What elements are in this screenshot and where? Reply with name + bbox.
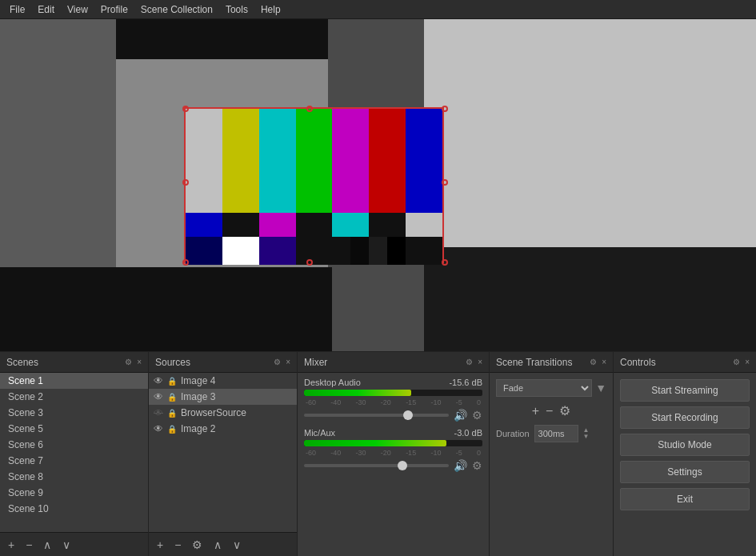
mixer-close-icon[interactable]: × [478,358,482,366]
scene-item-5[interactable]: Scene 5 [0,421,148,437]
mixer-mic-meter-fill [304,440,446,446]
scene-item-6[interactable]: Scene 6 [0,437,148,453]
scenes-add-button[interactable]: + [5,537,18,553]
transitions-settings-button[interactable]: ⚙ [559,403,570,418]
settings-button[interactable]: Settings [620,461,750,483]
scene-item-2[interactable]: Scene 2 [0,389,148,405]
menu-bar: File Edit View Profile Scene Collection … [0,0,756,19]
handle-bl[interactable] [182,259,189,266]
handle-ml[interactable] [182,179,189,186]
mixer-desktop-meter [304,390,482,396]
transitions-expand-icon[interactable]: ▼ [595,382,606,394]
scenes-down-button[interactable]: ∨ [59,537,74,553]
menu-help[interactable]: Help [254,2,287,17]
controls-close-icon[interactable]: × [745,358,750,366]
sources-remove-button[interactable]: − [171,537,184,553]
mixer-desktop-label: Desktop Audio [304,378,361,387]
mixer-channel-mic-header: Mic/Aux -3.0 dB [304,428,482,438]
controls-content: Start Streaming Start Recording Studio M… [614,373,756,556]
duration-input[interactable] [534,425,578,442]
transitions-config-icon[interactable]: ⚙ [590,358,597,366]
menu-view[interactable]: View [61,2,94,17]
sources-add-button[interactable]: + [154,537,166,553]
source-item-image2[interactable]: 👁 🔒 Image 2 [149,421,297,437]
mixer-mic-settings-button[interactable]: ⚙ [472,459,482,472]
start-streaming-button[interactable]: Start Streaming [620,379,750,402]
mixer-desktop-thumb[interactable] [403,410,413,420]
transitions-header-icons: ⚙ × [590,358,606,366]
bg-black-top [116,19,328,59]
handle-mr[interactable] [442,179,448,186]
scene-item-9[interactable]: Scene 9 [0,485,148,501]
mixer-config-icon[interactable]: ⚙ [466,358,473,366]
mixer-mic-label: Mic/Aux [304,428,335,438]
sources-down-button[interactable]: ∨ [230,537,244,553]
scenes-config-icon[interactable]: ⚙ [125,358,132,366]
sources-panel-title: Sources [155,357,190,368]
source-eye-icon[interactable]: 👁 [154,423,163,434]
scene-item-3[interactable]: Scene 3 [0,405,148,421]
sources-up-button[interactable]: ∧ [210,537,225,553]
sources-settings-button[interactable]: ⚙ [189,537,206,553]
menu-scene-collection[interactable]: Scene Collection [134,2,219,17]
source-lock-icon[interactable]: 🔒 [167,409,177,418]
scene-item-7[interactable]: Scene 7 [0,453,148,469]
source-eye-icon[interactable]: 👁 [154,375,163,386]
controls-config-icon[interactable]: ⚙ [733,358,740,366]
mixer-desktop-track [304,414,449,417]
scenes-close-icon[interactable]: × [137,358,142,366]
scene-item-1[interactable]: Scene 1 [0,373,148,389]
handle-tr[interactable] [442,106,448,112]
source-eye-hidden-icon[interactable]: 👁 [154,407,163,418]
handle-tc[interactable] [306,106,313,112]
scenes-footer: + − ∧ ∨ [0,532,148,556]
scenes-panel-header: Scenes ⚙ × [0,352,148,373]
mixer-mic-slider[interactable] [304,459,449,472]
source-lock-icon[interactable]: 🔒 [167,393,177,402]
handle-bc[interactable] [306,259,313,266]
scene-item-8[interactable]: Scene 8 [0,469,148,485]
source-lock-icon[interactable]: 🔒 [167,425,177,434]
scenes-up-button[interactable]: ∧ [40,537,54,553]
transitions-close-icon[interactable]: × [602,358,606,366]
source-item-browser[interactable]: 👁 🔒 BrowserSource [149,405,297,421]
mixer-mic-scale: -60-40-30-20-15-10-50 [304,449,482,457]
controls-header-icons: ⚙ × [733,358,750,366]
source-item-image3[interactable]: 👁 🔒 Image 3 [149,389,297,405]
exit-button[interactable]: Exit [620,488,750,510]
mixer-mic-thumb[interactable] [398,461,407,470]
transitions-actions: + − ⚙ [496,403,606,418]
duration-down-button[interactable]: ▼ [583,434,590,440]
transitions-panel: Scene Transitions ⚙ × Fade Cut Swipe Sli… [490,352,614,556]
source-eye-icon[interactable]: 👁 [154,391,163,402]
controls-panel-header: Controls ⚙ × [614,352,756,373]
handle-br[interactable] [442,259,448,266]
mixer-mic-meter [304,440,482,446]
mixer-mic-track [304,464,449,467]
scene-item-10[interactable]: Scene 10 [0,501,148,517]
source-label: Image 3 [181,391,215,402]
transitions-type-select[interactable]: Fade Cut Swipe Slide [496,379,592,397]
color-bars [184,107,444,263]
start-recording-button[interactable]: Start Recording [620,406,750,429]
mixer-desktop-settings-button[interactable]: ⚙ [472,409,482,422]
mixer-desktop-slider[interactable] [304,409,449,422]
source-item-image4[interactable]: 👁 🔒 Image 4 [149,373,297,389]
menu-file[interactable]: File [3,2,31,17]
source-lock-icon[interactable]: 🔒 [167,377,177,386]
menu-profile[interactable]: Profile [94,2,134,17]
mixer-mic-mute-button[interactable]: 🔊 [454,459,467,472]
source-label: Image 4 [181,375,215,386]
transitions-add-button[interactable]: + [532,404,539,418]
menu-edit[interactable]: Edit [31,2,61,17]
studio-mode-button[interactable]: Studio Mode [620,434,750,456]
transitions-remove-button[interactable]: − [546,404,553,418]
menu-tools[interactable]: Tools [219,2,254,17]
scenes-remove-button[interactable]: − [22,537,35,553]
mixer-desktop-mute-button[interactable]: 🔊 [454,409,467,422]
handle-tl[interactable] [182,106,189,112]
sources-close-icon[interactable]: × [286,358,290,366]
sources-config-icon[interactable]: ⚙ [274,358,281,366]
transitions-content: Fade Cut Swipe Slide ▼ + − ⚙ Duration ▲ … [490,373,613,556]
colorbar-bottom [186,213,442,265]
